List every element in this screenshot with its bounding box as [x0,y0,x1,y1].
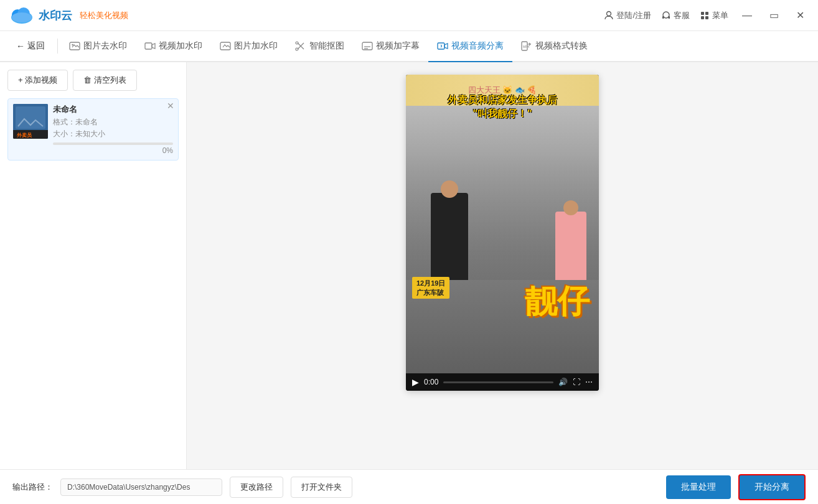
service-button[interactable]: 客服 [661,10,690,21]
add-video-button[interactable]: + 添加视频 [7,70,68,91]
person2 [555,212,586,280]
titlebar-right: 登陆/注册 客服 菜单 — ▭ ✕ [604,9,808,21]
change-path-button[interactable]: 更改路径 [230,477,283,498]
nav-item-video-subtitle[interactable]: 视频加字幕 [353,31,428,62]
logo-icon [10,6,34,25]
video-badge: 12月19日 广东车陂 [412,277,449,299]
file-close-button[interactable]: ✕ [167,101,174,110]
video-fullscreen-button[interactable]: ⛶ [573,378,580,386]
progress-text: 0% [53,146,173,155]
svg-rect-7 [669,16,670,19]
progress-bar-bg [53,142,173,145]
menu-button[interactable]: 菜单 [700,10,728,21]
minimize-button[interactable]: — [738,10,756,21]
audio-split-icon [437,40,448,52]
video-overlay-text: 外卖员和店家发生争执后 "叫我靓仔！" [448,93,557,121]
svg-rect-9 [705,12,708,15]
logo-text: 水印云 [39,8,72,23]
svg-rect-21 [438,43,444,49]
svg-rect-11 [705,16,708,19]
file-progress: 0% [53,142,173,155]
video-scene: 四大天王 🐱 🐟 🍕 外卖员和店家发生争执后 "叫我靓仔！" 12月19日 [406,75,599,373]
svg-point-3 [12,12,32,22]
svg-point-13 [72,44,73,45]
navbar: ← 返回 图片去水印 视频加水印 图片加水印 智能抠图 [0,31,818,62]
subtitle-icon [362,40,373,52]
nav-item-image-watermark[interactable]: 图片加水印 [211,31,286,62]
svg-text:MP4: MP4 [523,45,530,49]
file-info: 未命名 格式：未命名 大小：未知大小 0% [53,104,173,155]
video-time: 0:00 [424,378,438,386]
output-label: 输出路径： [12,482,53,493]
svg-rect-8 [701,12,704,15]
format-convert-icon: MP4 [521,40,532,52]
size-value: 未知大小 [75,129,105,138]
clear-list-button[interactable]: 🗑 清空列表 [73,70,137,91]
nav-separator [57,39,58,54]
open-folder-button[interactable]: 打开文件夹 [291,477,352,498]
right-panel: 四大天王 🐱 🐟 🍕 外卖员和店家发生争执后 "叫我靓仔！" 12月19日 [187,62,818,469]
file-meta: 格式：未命名 大小：未知大小 [53,116,173,140]
video-add-icon [144,40,156,52]
batch-process-button[interactable]: 批量处理 [666,475,731,499]
video-inner: 四大天王 🐱 🐟 🍕 外卖员和店家发生争执后 "叫我靓仔！" 12月19日 [406,75,599,373]
video-preview: 四大天王 🐱 🐟 🍕 外卖员和店家发生争执后 "叫我靓仔！" 12月19日 [406,75,599,391]
video-controls: ▶ 0:00 🔊 ⛶ ⋯ [406,373,599,391]
logo-slogan: 轻松美化视频 [80,10,128,21]
svg-rect-6 [662,16,664,19]
video-progress-bar[interactable] [443,381,553,383]
login-button[interactable]: 登陆/注册 [604,10,651,21]
main-content: + 添加视频 🗑 清空列表 外卖员 未命名 格式：未命名 大小：未知大小 [0,62,818,469]
image-remove-icon [69,40,80,52]
left-toolbar: + 添加视频 🗑 清空列表 [7,70,179,91]
format-value: 未命名 [75,118,98,126]
svg-point-4 [607,11,611,16]
nav-back-button[interactable]: ← 返回 [6,40,55,52]
user-icon [604,11,614,21]
back-arrow-icon: ← [16,41,25,51]
size-label: 大小： [53,129,75,138]
person1 [431,193,468,280]
video-play-button[interactable]: ▶ [412,377,419,387]
image-add-icon [220,40,231,52]
file-item: 外卖员 未命名 格式：未命名 大小：未知大小 0% ✕ [7,98,179,161]
svg-text:外卖员: 外卖员 [16,133,32,138]
thumbnail-image: 外卖员 [13,104,48,139]
format-label: 格式： [53,118,75,126]
video-more-button[interactable]: ⋯ [585,378,593,386]
file-thumbnail: 外卖员 [13,104,48,139]
bottom-bar: 输出路径： D:\360MoveData\Users\zhangyz\Des 更… [0,469,818,504]
nav-item-remove-watermark[interactable]: 图片去水印 [60,31,136,62]
titlebar-left: 水印云 轻松美化视频 [10,6,128,25]
video-people [406,156,599,280]
video-big-text: 靓仔 [525,280,590,324]
grid-icon [700,11,710,21]
headset-icon [661,11,671,21]
svg-rect-10 [701,16,704,19]
start-split-button[interactable]: 开始分离 [738,474,806,500]
titlebar: 水印云 轻松美化视频 登陆/注册 客服 菜单 [0,0,818,31]
left-panel: + 添加视频 🗑 清空列表 外卖员 未命名 格式：未命名 大小：未知大小 [0,62,187,469]
nav-item-smart-cutout[interactable]: 智能抠图 [286,31,353,62]
file-name: 未命名 [53,104,173,115]
scissors-icon [295,40,306,52]
output-path: D:\360MoveData\Users\zhangyz\Des [60,478,222,496]
close-button[interactable]: ✕ [792,9,808,21]
nav-item-video-audio-split[interactable]: 视频音频分离 [428,31,512,62]
svg-rect-14 [145,43,152,49]
maximize-button[interactable]: ▭ [766,9,783,21]
video-volume-button[interactable]: 🔊 [558,378,568,386]
nav-item-video-watermark[interactable]: 视频加水印 [136,31,211,62]
nav-item-video-format[interactable]: MP4 视频格式转换 [512,31,596,62]
